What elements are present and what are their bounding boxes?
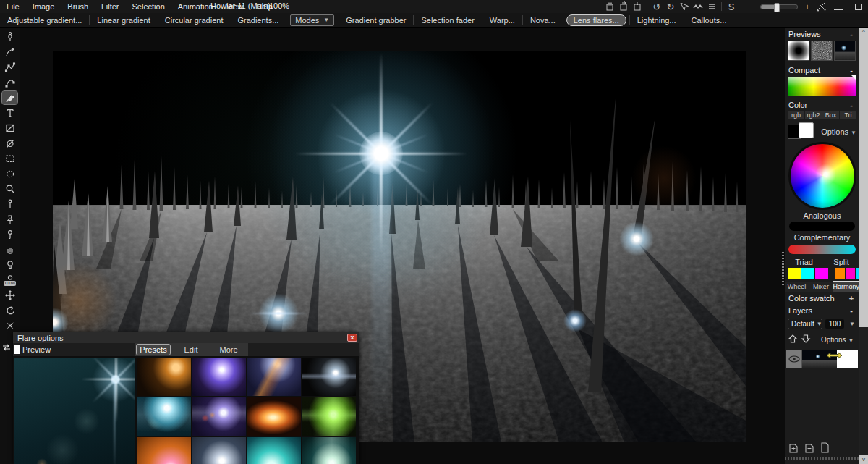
buffer-paste-icon[interactable] [631, 1, 644, 12]
menu-brush[interactable]: Brush [61, 2, 95, 11]
scroll-up-button[interactable]: ^ [859, 28, 868, 36]
layer-visibility-toggle[interactable] [786, 350, 802, 368]
tab-rgb2[interactable]: rgb2 [805, 111, 822, 119]
zoom-tool[interactable] [2, 182, 17, 195]
selection-fader-button[interactable]: Selection fader [414, 16, 481, 25]
split-swatch[interactable] [846, 268, 855, 279]
text-tool[interactable] [2, 106, 17, 119]
flare-preset[interactable] [137, 437, 191, 464]
undo-brush-tool[interactable] [2, 304, 17, 317]
chevron-down-icon[interactable]: ▼ [849, 321, 855, 327]
blend-mode-dropdown[interactable]: Default▼ [788, 319, 822, 329]
texture-preview-thumb[interactable] [811, 41, 833, 61]
tab-harmony[interactable]: Harmony [833, 282, 860, 292]
zoom-100-tool[interactable]: 100% [2, 274, 17, 287]
menu-selection[interactable]: Selection [126, 2, 171, 11]
flare-preset[interactable] [137, 397, 191, 436]
s-shape-icon[interactable]: S [725, 1, 738, 12]
layer-down-button[interactable] [801, 334, 811, 345]
flare-preset[interactable] [192, 358, 246, 396]
analogous-bar[interactable] [789, 222, 855, 231]
collapse-icon[interactable]: - [848, 308, 855, 314]
complementary-bar[interactable] [788, 245, 856, 254]
filled-shape-tool[interactable] [2, 122, 17, 135]
buffer-swap-icon[interactable] [617, 1, 630, 12]
wave-icon[interactable] [692, 1, 705, 12]
tab-tri[interactable]: Tri [840, 111, 856, 119]
lightning-button[interactable]: Lightning... [630, 16, 684, 25]
scrollbar-thumb[interactable] [859, 36, 868, 327]
adjustable-gradient-button[interactable]: Adjustable gradient... [0, 16, 89, 25]
dialog-close-button[interactable]: x [347, 334, 357, 342]
zoom-out-button[interactable]: − [744, 1, 757, 12]
flare-preset[interactable] [247, 397, 301, 436]
clip-pin-tool[interactable] [2, 228, 17, 241]
collapse-icon[interactable]: - [848, 67, 855, 74]
flare-preset[interactable] [302, 437, 356, 464]
secondary-color-swatch[interactable] [799, 122, 814, 138]
brush-preview-thumb[interactable] [788, 41, 809, 61]
zoom-slider[interactable] [760, 4, 798, 9]
split-swatch[interactable] [835, 268, 845, 279]
panel-scrollbar[interactable]: ^ v [859, 28, 868, 464]
redo-icon[interactable]: ↻ [664, 1, 677, 12]
flare-preset[interactable] [247, 358, 301, 396]
dialog-title-bar[interactable]: Flare options x [13, 332, 359, 343]
layer-row[interactable] [786, 350, 858, 368]
previews-header[interactable]: Previews- [785, 28, 859, 40]
color-options-dropdown[interactable]: Options▼ [821, 127, 856, 136]
compact-color-picker[interactable] [788, 77, 856, 96]
minimize-button[interactable] [834, 3, 843, 10]
ellipse-slash-tool[interactable] [2, 137, 17, 150]
pushpin-tool[interactable] [2, 213, 17, 226]
rect-select-tool[interactable] [2, 152, 17, 165]
layer-opacity-value[interactable]: 100 [825, 319, 844, 329]
collapse-icon[interactable]: - [848, 102, 855, 109]
zoom-slider-handle[interactable] [774, 3, 780, 12]
knife-icon[interactable] [814, 1, 827, 12]
flare-preset[interactable] [302, 397, 356, 436]
expand-icon[interactable]: + [848, 295, 855, 302]
linear-gradient-button[interactable]: Linear gradient [90, 16, 157, 25]
tab-mixer[interactable]: Mixer [809, 282, 833, 292]
tab-more[interactable]: More [212, 345, 245, 355]
swap-arrows-icon[interactable] [1, 343, 12, 353]
scroll-down-button[interactable]: v [859, 455, 868, 464]
tab-rgb[interactable]: rgb [788, 111, 804, 119]
list-icon[interactable] [705, 1, 718, 12]
nova-button[interactable]: Nova... [523, 16, 563, 25]
curve-tool[interactable] [2, 76, 17, 89]
paint-brush-tool[interactable] [2, 91, 17, 104]
color-swatch-header[interactable]: Color swatch+ [785, 292, 859, 304]
image-preview-thumb[interactable] [834, 41, 856, 61]
menu-file[interactable]: File [0, 2, 26, 11]
flare-large-preview[interactable] [14, 358, 135, 464]
layers-header[interactable]: Layers- [785, 304, 859, 316]
polyline-tool[interactable] [2, 61, 17, 74]
color-wheel[interactable] [791, 144, 854, 208]
panel-resize-grip[interactable] [782, 252, 784, 287]
remove-layer-button[interactable] [804, 441, 816, 455]
circular-gradient-button[interactable]: Circular gradient [158, 16, 231, 25]
modes-dropdown[interactable]: Modes▼ [290, 14, 334, 26]
triad-swatch[interactable] [801, 268, 814, 279]
menu-image[interactable]: Image [26, 2, 61, 11]
undo-icon[interactable]: ↺ [650, 1, 663, 12]
flare-preset[interactable] [192, 437, 246, 464]
gradient-grabber-button[interactable]: Gradient grabber [339, 16, 413, 25]
layer-up-button[interactable] [788, 334, 798, 345]
color-header[interactable]: Color- [785, 98, 859, 111]
bulb-tool[interactable] [2, 258, 17, 271]
tab-box[interactable]: Box [822, 111, 839, 119]
flare-preset[interactable] [302, 358, 356, 396]
triad-swatch[interactable] [788, 268, 801, 279]
flare-preset[interactable] [137, 358, 191, 396]
warp-button[interactable]: Warp... [482, 16, 522, 25]
flare-preset[interactable] [247, 437, 301, 464]
tab-edit[interactable]: Edit [174, 345, 208, 355]
triad-swatch[interactable] [815, 268, 828, 279]
freehand-draw-tool[interactable] [2, 46, 17, 59]
flare-preset[interactable] [192, 397, 246, 436]
tab-wheel[interactable]: Wheel [785, 282, 809, 292]
move-tool[interactable] [2, 289, 17, 302]
